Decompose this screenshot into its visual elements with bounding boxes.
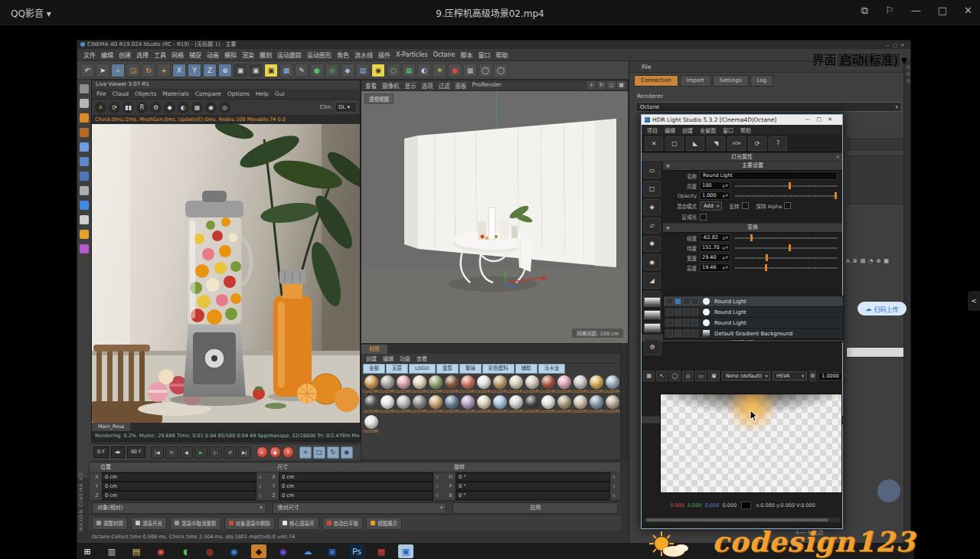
toolbar-icon[interactable]: Z — [203, 64, 217, 77]
light-type-icon[interactable]: ▱ — [643, 217, 661, 234]
transform-slider[interactable] — [735, 264, 838, 271]
gradient-thumb[interactable] — [644, 297, 661, 306]
material-thumbnail[interactable]: OctDiffu — [572, 374, 588, 394]
viewport-nav-icon[interactable]: ▦ — [617, 81, 626, 89]
key-toggle-button[interactable]: ◉ — [341, 446, 353, 459]
coord-input[interactable]: 0 cm — [279, 491, 433, 500]
material-category-tab[interactable]: 彩色塑料 — [482, 364, 514, 374]
hdri-canvas[interactable] — [660, 394, 842, 493]
material-thumbnail[interactable]: OctDiffu — [443, 394, 459, 414]
toolbar-icon[interactable]: ☀ — [433, 64, 446, 77]
solo-toggle[interactable] — [675, 309, 681, 315]
menu-item[interactable]: File — [96, 90, 106, 97]
material-thumbnail[interactable]: OctDiffu — [459, 394, 475, 414]
taskbar-icon[interactable]: Ps — [349, 544, 364, 558]
menu-item[interactable]: 功能 — [400, 355, 410, 362]
hidden-dropdown[interactable] — [848, 139, 904, 150]
exposure-field[interactable]: 1.0000 — [818, 372, 842, 381]
viewer-tool-icon[interactable]: ◐ — [178, 102, 189, 113]
canvas-tool-icon[interactable]: ◎ — [682, 371, 694, 381]
toolbar-icon[interactable]: ➤ — [96, 64, 109, 77]
coord-input[interactable]: 0 cm — [279, 482, 433, 491]
toolbar-icon[interactable]: ▦ — [279, 64, 293, 77]
stepper-icon[interactable]: ⇅ — [436, 493, 439, 498]
toolbar-icon[interactable]: ▦ — [463, 64, 477, 77]
taskbar-icon[interactable]: ▤ — [129, 544, 144, 558]
material-category-tab[interactable]: 辅助 — [515, 364, 537, 374]
toolbar-icon[interactable]: ◎ — [325, 64, 339, 77]
toolbar-icon[interactable]: ↶ — [80, 64, 94, 77]
menu-item[interactable]: Objects — [135, 90, 156, 97]
menu-item[interactable]: 运动图形 — [307, 51, 332, 59]
toolbar-icon[interactable]: Y — [188, 64, 201, 77]
panel-tab[interactable]: Import — [680, 75, 711, 87]
material-thumbnail[interactable]: OctDiffu — [459, 374, 475, 394]
enable-toggle[interactable] — [666, 319, 673, 326]
material-thumbnail[interactable]: OctDiffu — [508, 374, 524, 394]
menu-item[interactable]: 窗口 — [478, 51, 490, 59]
lock-toggle[interactable] — [683, 319, 690, 326]
light-list-row[interactable]: Default Gradient Background — [664, 329, 843, 339]
apply-button[interactable]: 应用 — [452, 502, 618, 514]
material-thumbnail[interactable]: OctDiffu — [588, 394, 604, 414]
menu-item[interactable]: 选项 — [422, 81, 433, 90]
hdrls-maximize-button[interactable]: □ — [817, 116, 828, 123]
toolbar-icon[interactable]: ↻ — [142, 64, 155, 77]
canvas-tool-icon[interactable]: ▣ — [708, 371, 720, 381]
menu-item[interactable]: 渲染 — [242, 51, 254, 59]
toolbar-icon[interactable]: ▣ — [234, 64, 247, 77]
lock-toggle[interactable] — [683, 309, 690, 315]
menu-item[interactable]: 动画 — [207, 51, 219, 59]
transform-slider[interactable] — [735, 254, 838, 261]
solo-toggle[interactable] — [675, 319, 681, 326]
hdrls-tool-icon[interactable]: HDR — [727, 136, 746, 151]
stepper-icon[interactable]: ⇅ — [612, 493, 616, 498]
menu-item[interactable]: 创建 — [366, 355, 377, 362]
material-thumbnail[interactable]: OctDiffu — [492, 394, 508, 414]
taskbar-icon[interactable]: ◖ — [178, 544, 193, 558]
menu-item[interactable]: 帮助 — [495, 51, 508, 59]
viewport-nav-icon[interactable]: ↻ — [597, 81, 606, 89]
light-type-icon[interactable]: ◢ — [643, 273, 661, 289]
menu-item[interactable]: Gui — [275, 90, 285, 97]
coord-input[interactable]: 0 cm — [279, 472, 433, 482]
gear-icon[interactable]: ⚙ — [644, 339, 662, 355]
light-name-input[interactable]: Round Light — [700, 172, 838, 180]
area-light-checkbox[interactable] — [700, 214, 707, 221]
hdrls-tool-icon[interactable]: □ — [665, 136, 684, 151]
hdrls-titlebar[interactable]: HDR Light Studio 5.3.2 [Cinema4D|Octane]… — [642, 115, 842, 125]
mini-mode-icon[interactable]: ⧉ — [861, 5, 868, 17]
coord-input[interactable]: 0 cm — [102, 482, 256, 491]
stepper-icon[interactable]: ⇅ — [612, 484, 616, 489]
toolbar-icon[interactable]: ◯ — [494, 64, 508, 77]
blend-mode-dropdown[interactable]: Add▼ — [700, 201, 722, 211]
coord-input[interactable]: 0 ° — [456, 482, 610, 491]
render-preview[interactable] — [92, 124, 360, 423]
hdrls-tool-icon[interactable]: ✕ — [645, 136, 663, 151]
keep-alpha-checkbox[interactable] — [784, 202, 791, 209]
mode-icon[interactable] — [80, 244, 89, 253]
material-thumbnail[interactable]: OctDiffu — [588, 374, 604, 394]
opacity-field[interactable]: 1.000▲▼ — [700, 191, 730, 200]
coord-input[interactable]: 0 ° — [456, 491, 610, 500]
quick-toggle-button[interactable]: 渲染中取消更新 — [170, 517, 221, 530]
toolbar-icon[interactable]: ▤ — [356, 64, 370, 77]
playback-button[interactable]: ◀ — [180, 446, 193, 459]
toolbar-icon[interactable]: ◌ — [387, 64, 400, 77]
material-thumbnail[interactable]: OctDiffu — [604, 394, 620, 414]
viewport-nav-icon[interactable]: + — [587, 81, 596, 89]
stepper-icon[interactable]: ⇅ — [259, 493, 262, 498]
material-thumbnail[interactable]: OctDiffu — [363, 394, 379, 414]
horizontal-scrollbar[interactable] — [645, 518, 841, 522]
material-window-tab[interactable]: 材质 — [361, 345, 387, 354]
menu-item[interactable]: 显示 — [405, 81, 416, 90]
menu-item[interactable]: 运动跟踪 — [277, 51, 302, 59]
manager-icon[interactable]: ▦ — [884, 258, 889, 264]
gear-icon[interactable]: ⚙ — [809, 371, 817, 381]
colorspace-dropdown[interactable]: HSVA▼ — [773, 371, 807, 381]
toolbar-icon[interactable]: ◲ — [126, 64, 140, 77]
lock-toggle[interactable] — [683, 330, 690, 337]
material-thumbnail[interactable]: OctDiffu — [395, 374, 411, 394]
menu-item[interactable]: 过滤 — [439, 81, 450, 90]
mode-icon[interactable] — [80, 172, 89, 181]
